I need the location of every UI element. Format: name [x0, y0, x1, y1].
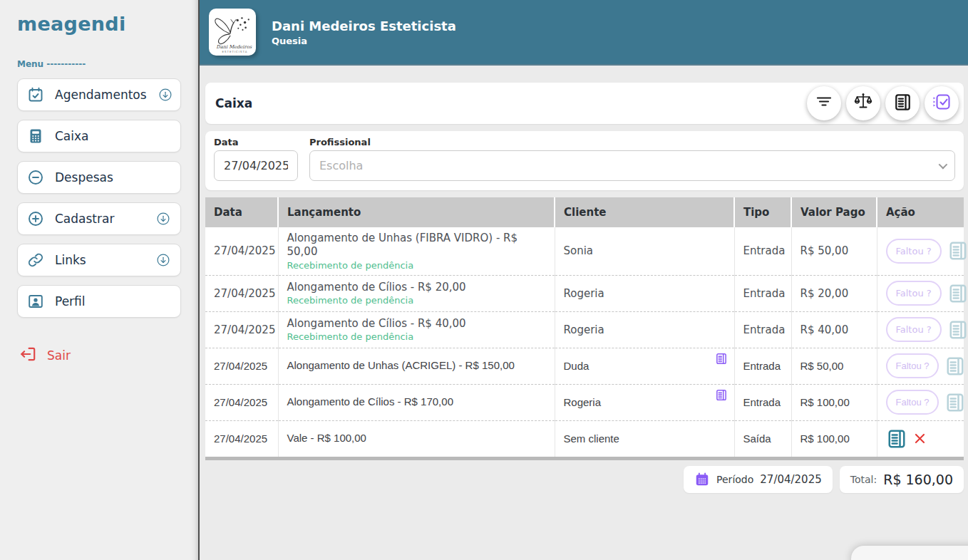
app-root: meagendi Menu ----------- Agendamentos C… [0, 0, 968, 560]
cell-actions: Faltou ? [877, 275, 964, 311]
col-header-data: Data [205, 197, 278, 227]
chevron-down-icon [939, 160, 948, 170]
logout-icon [19, 345, 37, 366]
col-header-tipo: Tipo [734, 197, 791, 227]
total-card: Total: R$ 160,00 [840, 466, 964, 493]
cell-actions: Faltou ? [877, 227, 964, 275]
sidebar-item-caixa[interactable]: Caixa [17, 120, 181, 152]
cell-entry: Alongamento de Unhas (FIBRA VIDRO) - R$ … [278, 227, 555, 275]
faltou-button[interactable]: Faltou ? [886, 239, 942, 264]
receipt-icon[interactable] [947, 319, 968, 341]
link-icon [27, 252, 44, 269]
receipt-icon[interactable] [886, 428, 907, 450]
chevron-down-circle-icon[interactable] [155, 211, 171, 227]
menu-section-label: Menu ----------- [17, 59, 181, 69]
checklist-button[interactable] [925, 86, 959, 120]
receipt-icon[interactable] [947, 283, 968, 304]
toolbar [807, 86, 959, 120]
cell-date: 27/04/2025 [205, 311, 278, 348]
col-header-cliente: Cliente [555, 197, 734, 227]
report-button[interactable] [885, 86, 920, 120]
table-row: 27/04/2025 Alongamento de Unhas (ACRIGEL… [205, 348, 964, 384]
cell-paid: R$ 100,00 [791, 420, 877, 457]
chevron-down-circle-icon[interactable] [158, 87, 173, 103]
cell-client: Rogeria [555, 311, 734, 348]
brand-logo: meagendi [17, 13, 181, 35]
entry-note: Recebimento de pendência [287, 331, 546, 342]
cell-client: Sem cliente [555, 420, 734, 457]
sidebar-item-agendamentos[interactable]: Agendamentos [17, 78, 181, 111]
col-header-lancamento: Lançamento [278, 197, 555, 227]
delete-icon[interactable] [913, 432, 927, 445]
client-note-icon[interactable] [715, 352, 728, 368]
journal-icon [893, 93, 912, 115]
receipt-icon[interactable] [947, 240, 968, 261]
entry-text: Vale - R$ 100,00 [287, 432, 546, 445]
cell-client: Sonia [555, 227, 734, 275]
filter-icon [814, 92, 834, 115]
period-value: 27/04/2025 [760, 473, 821, 486]
entry-text: Alongamento de Cílios - R$ 20,00 [287, 281, 546, 294]
col-header-acao: Ação [877, 197, 964, 227]
col-header-valor-pago: Valor Pago [791, 197, 877, 227]
cell-entry: Alongamento de Cílios - R$ 170,00 [278, 384, 555, 420]
receipt-icon[interactable] [944, 392, 966, 413]
business-title: Dani Medeiros Esteticista [272, 19, 456, 33]
user-name: Quesia [272, 36, 456, 46]
professional-select-placeholder: Escolha [319, 159, 363, 172]
cell-client: Rogeria [555, 384, 734, 420]
calendar-check-icon [27, 86, 44, 103]
sidebar-item-label: Agendamentos [55, 88, 147, 102]
cell-client: Rogeria [555, 275, 734, 311]
main-area: Dani Medeiros Esteticista Quesia Caixa [200, 0, 968, 560]
cell-date: 27/04/2025 [205, 420, 278, 457]
cell-type: Entrada [734, 311, 791, 348]
table-row: 27/04/2025 Alongamento de Cílios - R$ 17… [205, 384, 964, 420]
cell-type: Entrada [734, 384, 791, 420]
cell-paid: R$ 100,00 [791, 384, 877, 420]
cell-type: Entrada [734, 227, 791, 275]
entry-text: Alongamento de Unhas (ACRIGEL) - R$ 150,… [287, 359, 546, 373]
logout-label: Sair [47, 348, 71, 363]
cell-actions [877, 420, 964, 457]
summary-row: Período 27/04/2025 Total: R$ 160,00 [205, 466, 964, 493]
entry-text: Alongamento de Cílios - R$ 170,00 [287, 395, 546, 409]
faltou-button[interactable]: Faltou ? [886, 390, 939, 415]
receipt-icon[interactable] [944, 356, 966, 377]
sidebar-item-cadastrar[interactable]: Cadastrar [17, 202, 181, 235]
sidebar-item-perfil[interactable]: Perfil [17, 285, 181, 318]
cell-date: 27/04/2025 [205, 348, 278, 384]
faltou-button[interactable]: Faltou ? [886, 353, 939, 378]
cell-type: Saída [734, 420, 791, 457]
header-text: Dani Medeiros Esteticista Quesia [272, 19, 456, 46]
date-input[interactable] [214, 150, 298, 181]
table-row: 27/04/2025 Vale - R$ 100,00 Sem cliente … [205, 420, 964, 457]
calendar-icon [694, 472, 710, 487]
sidebar-item-label: Despesas [55, 170, 113, 185]
butterfly-logo-icon [210, 10, 254, 54]
table-header-row: Data Lançamento Cliente Tipo Valor Pago … [205, 197, 964, 227]
faltou-button[interactable]: Faltou ? [886, 317, 942, 342]
sidebar-item-despesas[interactable]: Despesas [17, 161, 181, 194]
professional-select[interactable]: Escolha [309, 150, 955, 181]
entry-text: Alongamento de Cílios - R$ 40,00 [287, 317, 546, 331]
entry-note: Recebimento de pendência [287, 295, 546, 306]
chevron-down-circle-icon[interactable] [155, 252, 171, 268]
sidebar-item-links[interactable]: Links [17, 244, 181, 276]
professional-field-group: Profissional Escolha [309, 137, 955, 181]
faltou-button[interactable]: Faltou ? [886, 281, 942, 306]
scale-icon [853, 92, 873, 115]
content: Caixa [200, 83, 968, 493]
filters-bar: Data Profissional Escolha [205, 131, 964, 190]
balance-button[interactable] [846, 86, 880, 120]
cell-paid: R$ 50,00 [791, 348, 877, 384]
cell-entry: Alongamento de Cílios - R$ 40,00 Recebim… [278, 311, 555, 348]
filter-button[interactable] [807, 86, 841, 120]
logout-button[interactable]: Sair [17, 345, 181, 366]
period-label: Período [716, 474, 753, 485]
table-row: 27/04/2025 Alongamento de Cílios - R$ 20… [205, 275, 964, 311]
minus-circle-icon [27, 169, 44, 186]
table-row: 27/04/2025 Alongamento de Unhas (FIBRA V… [205, 227, 964, 275]
cell-actions: Faltou ? [877, 311, 964, 348]
client-note-icon[interactable] [715, 388, 728, 404]
